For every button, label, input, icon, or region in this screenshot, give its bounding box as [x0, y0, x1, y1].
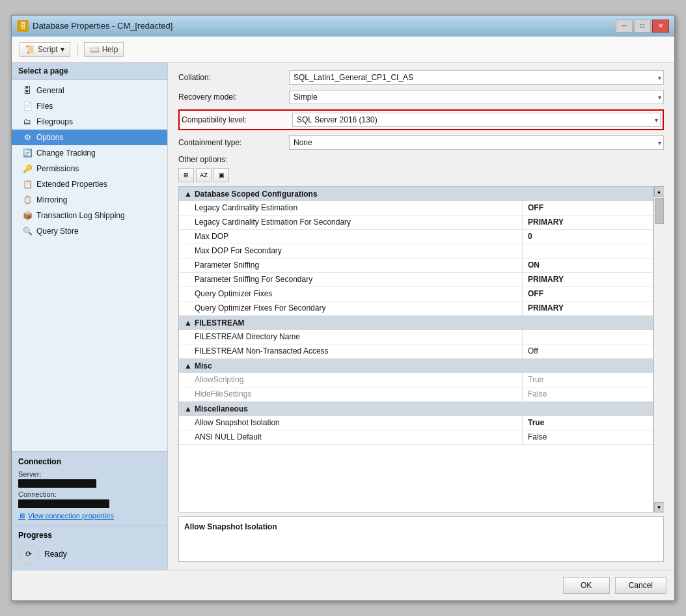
row-value: Off	[523, 344, 653, 358]
server-label: Server:	[18, 470, 161, 478]
options-icon-view-btn[interactable]: ▣	[213, 168, 229, 182]
row-name: Max DOP For Secondary	[179, 244, 523, 258]
options-grid-view-btn[interactable]: ⊞	[178, 168, 194, 182]
sidebar-item-filegroups-label: Filegroups	[36, 117, 73, 126]
table-row[interactable]: FILESTREAM Directory Name	[179, 330, 653, 344]
table-row[interactable]: Query Optimizer Fixes OFF	[179, 287, 653, 301]
row-value: True	[523, 416, 653, 430]
table-row[interactable]: Parameter Sniffing ON	[179, 259, 653, 273]
sidebar-item-mirroring-label: Mirroring	[36, 195, 67, 204]
group-miscellaneous[interactable]: ▲ Miscellaneous	[179, 402, 653, 416]
recovery-label: Recovery model:	[178, 92, 289, 102]
group-misc-label: Misc	[195, 361, 212, 371]
row-value: False	[523, 387, 653, 401]
scroll-up-btn[interactable]: ▲	[654, 186, 665, 197]
table-row[interactable]: ANSI NULL Default False	[179, 430, 653, 445]
script-icon: 📜	[25, 45, 35, 54]
progress-title: Progress	[18, 531, 161, 540]
row-name: Query Optimizer Fixes For Secondary	[179, 301, 523, 315]
connection-title: Connection	[18, 457, 161, 466]
toolbar: 📜 Script ▾ 📖 Help	[12, 36, 674, 63]
table-row[interactable]: HideFileSettings False	[179, 387, 653, 402]
row-name: Max DOP	[179, 230, 523, 244]
collation-select[interactable]: SQL_Latin1_General_CP1_CI_AS	[289, 70, 664, 85]
minimize-button[interactable]: ─	[616, 20, 633, 33]
group-misc[interactable]: ▲ Misc	[179, 359, 653, 373]
row-value: PRIMARY	[523, 301, 653, 315]
help-icon: 📖	[90, 45, 100, 54]
cancel-button[interactable]: Cancel	[615, 577, 666, 594]
options-sort-btn[interactable]: AZ	[196, 168, 212, 182]
maximize-button[interactable]: □	[634, 20, 651, 33]
main-content: Select a page 🗄 General 📄 Files 🗂 Filegr…	[12, 63, 674, 570]
sidebar-item-change-tracking[interactable]: 🔄 Change Tracking	[12, 145, 167, 161]
group-db-scoped[interactable]: ▲ Database Scoped Configurations	[179, 187, 653, 201]
compatibility-select[interactable]: SQL Server 2016 (130)	[292, 113, 661, 127]
table-row[interactable]: Legacy Cardinality Estimation For Second…	[179, 216, 653, 230]
filegroups-icon: 🗂	[22, 117, 33, 127]
sidebar-item-permissions[interactable]: 🔑 Permissions	[12, 161, 167, 176]
options-toolbar: ⊞ AZ ▣	[178, 168, 664, 182]
group-filestream[interactable]: ▲ FILESTREAM	[179, 316, 653, 330]
progress-spinner: ⟳	[18, 544, 39, 565]
table-row[interactable]: Max DOP For Secondary	[179, 244, 653, 259]
transaction-log-icon: 📦	[22, 210, 33, 221]
view-connection-properties-link[interactable]: 🖥 View connection properties	[18, 512, 161, 520]
row-value: PRIMARY	[523, 273, 653, 287]
recovery-control: Simple ▾	[289, 90, 664, 104]
sidebar-item-filegroups[interactable]: 🗂 Filegroups	[12, 114, 167, 130]
script-button[interactable]: 📜 Script ▾	[20, 42, 70, 57]
scrollbar: ▲ ▼	[653, 186, 664, 512]
script-label: Script	[38, 45, 58, 54]
connection-link-label: View connection properties	[28, 512, 114, 520]
permissions-icon: 🔑	[22, 163, 33, 174]
recovery-row: Recovery model: Simple ▾	[178, 90, 664, 104]
bottom-bar: OK Cancel	[12, 570, 674, 600]
scroll-thumb[interactable]	[655, 198, 664, 224]
containment-row: Containment type: None ▾	[178, 135, 664, 150]
script-dropdown-arrow[interactable]: ▾	[61, 45, 64, 54]
progress-section: Progress ⟳ Ready	[12, 525, 167, 570]
sidebar-item-files-label: Files	[36, 102, 53, 111]
other-options-label: Other options:	[178, 155, 664, 164]
connection-link-icon: 🖥	[18, 512, 25, 520]
row-name: Parameter Sniffing	[179, 259, 523, 272]
table-row[interactable]: FILESTREAM Non-Transacted Access Off	[179, 344, 653, 359]
scroll-down-btn[interactable]: ▼	[654, 502, 665, 512]
ok-button[interactable]: OK	[563, 577, 610, 594]
window-title: Database Properties - CM_[redacted]	[33, 21, 172, 31]
table-row[interactable]: Allow Snapshot Isolation True	[179, 416, 653, 430]
connection-value	[18, 499, 109, 508]
containment-select[interactable]: None	[289, 135, 664, 150]
collation-control: SQL_Latin1_General_CP1_CI_AS ▾	[289, 70, 664, 85]
files-icon: 📄	[22, 101, 33, 111]
sidebar-item-mirroring[interactable]: 🪞 Mirroring	[12, 192, 167, 208]
help-label: Help	[102, 45, 118, 54]
mirroring-icon: 🪞	[22, 195, 33, 205]
help-button[interactable]: 📖 Help	[84, 42, 124, 57]
table-row[interactable]: Parameter Sniffing For Secondary PRIMARY	[179, 273, 653, 287]
row-name: Legacy Cardinality Estimation For Second…	[179, 216, 523, 229]
sidebar-item-options[interactable]: ⚙ Options	[12, 130, 167, 145]
options-grid: ▲ Database Scoped Configurations Legacy …	[178, 186, 653, 512]
window-icon: 🗄	[17, 20, 29, 32]
close-button[interactable]: ✕	[652, 20, 669, 33]
table-row[interactable]: Max DOP 0	[179, 230, 653, 244]
sidebar-item-transaction-log-shipping[interactable]: 📦 Transaction Log Shipping	[12, 208, 167, 223]
sidebar-item-files[interactable]: 📄 Files	[12, 98, 167, 114]
collation-row: Collation: SQL_Latin1_General_CP1_CI_AS …	[178, 70, 664, 85]
sidebar-item-extended-properties[interactable]: 📋 Extended Properties	[12, 176, 167, 192]
sidebar-item-query-store[interactable]: 🔍 Query Store	[12, 223, 167, 239]
table-row[interactable]: AllowScripting True	[179, 373, 653, 387]
containment-control: None ▾	[289, 135, 664, 150]
table-row[interactable]: Legacy Cardinality Estimation OFF	[179, 201, 653, 216]
compatibility-highlighted-row: Compatibility level: SQL Server 2016 (13…	[178, 109, 664, 130]
toolbar-separator	[77, 42, 77, 57]
change-tracking-icon: 🔄	[22, 148, 33, 158]
table-row[interactable]: Query Optimizer Fixes For Secondary PRIM…	[179, 301, 653, 316]
group-miscellaneous-label: Miscellaneous	[195, 404, 248, 413]
recovery-select[interactable]: Simple	[289, 90, 664, 104]
sidebar-item-general[interactable]: 🗄 General	[12, 83, 167, 98]
sidebar-item-options-label: Options	[36, 133, 63, 142]
sidebar-section-title: Select a page	[12, 63, 167, 80]
